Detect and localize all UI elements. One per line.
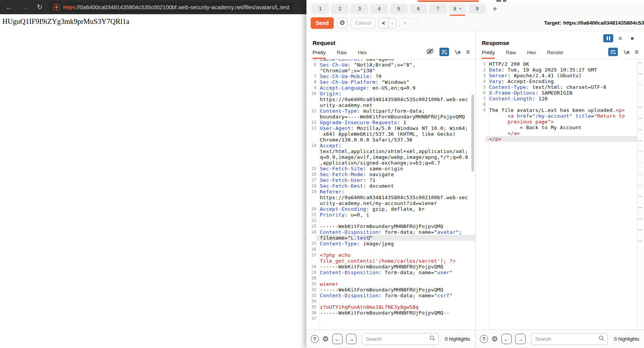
request-scrollbar-thumb[interactable] bbox=[471, 95, 474, 172]
line-number bbox=[476, 119, 486, 125]
line-number: 4 bbox=[476, 78, 486, 84]
line-number: 5 bbox=[306, 59, 316, 62]
hide-nonprintable-icon[interactable] bbox=[426, 48, 434, 56]
view-tab-hex[interactable]: Hex bbox=[358, 50, 367, 59]
close-tab-icon[interactable]: × bbox=[459, 6, 462, 12]
line-number: 2 bbox=[476, 67, 486, 73]
help-icon[interactable]: ? bbox=[480, 335, 488, 343]
search-prev-button[interactable]: ← bbox=[501, 334, 512, 344]
editor-line: 22 bbox=[306, 218, 475, 223]
response-highlights-count: 0 highlights bbox=[614, 336, 639, 342]
browser-forward-icon[interactable]: → bbox=[21, 3, 28, 11]
layout-rows-button[interactable]: ≡ bbox=[615, 34, 625, 42]
prev-request-button[interactable]: < bbox=[379, 18, 389, 28]
editor-line: previous page"> bbox=[476, 119, 644, 125]
screen: ← → ↻ https://0a6400ca03481435804c535c00… bbox=[0, 0, 644, 348]
cancel-button[interactable]: Cancel bbox=[351, 18, 375, 28]
editor-line: 20Accept-Encoding: gzip, deflate, br bbox=[306, 206, 475, 212]
request-search-input[interactable] bbox=[365, 336, 429, 342]
search-prev-button[interactable]: ← bbox=[332, 334, 343, 344]
editor-line: </a> bbox=[476, 130, 644, 136]
word-wrap-toggle[interactable] bbox=[439, 48, 449, 56]
show-newlines-icon[interactable]: \n bbox=[454, 49, 461, 55]
view-tab-render[interactable]: Render bbox=[547, 50, 564, 59]
line-number: 21 bbox=[306, 212, 316, 218]
main-tab-underline bbox=[418, 0, 479, 2]
response-editor[interactable]: 1HTTP/2 200 OK2Date: Tue, 19 Aug 2025 10… bbox=[476, 59, 644, 330]
line-number: 26 bbox=[306, 246, 316, 252]
editor-line: 9Accept-Language: en-US,en;q=0.9 bbox=[306, 85, 475, 91]
response-panel: ≡ ■ Response PrettyRawHexRender bbox=[476, 31, 644, 348]
prev-request-dropdown[interactable]: ⌄ bbox=[389, 18, 396, 28]
line-number: 7 bbox=[476, 96, 486, 102]
response-search-input[interactable] bbox=[534, 336, 599, 342]
editor-line: 15Sec-Fetch-Site: same-origin bbox=[306, 166, 475, 172]
help-icon[interactable]: ? bbox=[311, 335, 319, 343]
line-number: 30 bbox=[306, 275, 316, 281]
editor-menu-icon[interactable]: ≡ bbox=[466, 49, 470, 55]
view-tab-raw[interactable]: Raw bbox=[337, 50, 347, 59]
request-editor[interactable]: 5Cache-Control: max-age=06Sec-Ch-Ua: "No… bbox=[306, 59, 475, 330]
inspector-collapsed-strip[interactable] bbox=[637, 59, 644, 330]
send-settings-button[interactable]: ⚙ bbox=[337, 18, 348, 28]
burp-bolt-icon[interactable] bbox=[53, 4, 60, 10]
repeater-tab-8[interactable]: 8× bbox=[449, 4, 466, 14]
view-tab-hex[interactable]: Hex bbox=[527, 50, 536, 59]
line-number bbox=[306, 154, 316, 160]
editor-line: https://0a6400ca03481435804c535c002100bf… bbox=[306, 97, 475, 102]
editor-line: 25Content-Type: image/jpeg bbox=[306, 241, 475, 246]
repeater-tab-5[interactable]: 5 bbox=[390, 4, 408, 14]
repeater-tab-6[interactable]: 6 bbox=[409, 4, 427, 14]
editor-menu-icon[interactable]: ≡ bbox=[635, 49, 639, 55]
view-tab-pretty[interactable]: Pretty bbox=[313, 50, 326, 59]
repeater-tab-9[interactable]: 9 bbox=[468, 4, 486, 14]
next-request-dropdown[interactable]: ⌄ bbox=[410, 18, 417, 28]
editor-line: 8Sec-Ch-Ua-Platform: "Windows" bbox=[306, 79, 475, 85]
editor-line: Chrome/138.0.0.0 Safari/537.36 bbox=[306, 137, 475, 143]
repeater-tab-1[interactable]: 1 bbox=[311, 4, 329, 14]
editor-line: 33Content-Disposition: form-data; name="… bbox=[306, 293, 475, 298]
line-number bbox=[306, 235, 316, 241]
inspector-strip-ticks bbox=[638, 62, 642, 243]
browser-back-icon[interactable]: ← bbox=[5, 3, 13, 11]
layout-columns-button[interactable] bbox=[603, 34, 613, 42]
target-bar[interactable]: Target: https://0a6400ca03481435804c535c… bbox=[544, 15, 644, 31]
editor-line: 34 bbox=[306, 298, 475, 304]
search-settings-icon[interactable]: ⚙ bbox=[322, 335, 329, 343]
repeater-tab-7[interactable]: 7 bbox=[429, 4, 447, 14]
line-number: 29 bbox=[306, 270, 316, 275]
editor-line: 26 bbox=[306, 246, 475, 252]
word-wrap-toggle[interactable] bbox=[608, 48, 618, 56]
next-request-button[interactable]: > bbox=[400, 18, 410, 28]
line-number bbox=[476, 136, 486, 142]
line-number bbox=[306, 195, 316, 200]
view-tab-raw[interactable]: Raw bbox=[506, 50, 516, 59]
repeater-tab-4[interactable]: 4 bbox=[370, 4, 388, 14]
send-button[interactable]: Send bbox=[311, 17, 334, 29]
browser-address-bar[interactable]: https://0a6400ca03481435804c535c002100bf… bbox=[49, 2, 293, 12]
line-number bbox=[476, 130, 486, 136]
line-number: 14 bbox=[306, 143, 316, 148]
line-number: 3 bbox=[476, 73, 486, 78]
search-next-button[interactable]: → bbox=[515, 334, 526, 344]
search-next-button[interactable]: → bbox=[346, 334, 356, 344]
repeater-tab-2[interactable]: 2 bbox=[331, 4, 349, 14]
request-header-icons: \n ≡ bbox=[426, 48, 470, 56]
editor-line: q=0.9,image/avif,image/webp,image/apng,*… bbox=[306, 154, 475, 160]
browser-reload-icon[interactable]: ↻ bbox=[37, 4, 42, 10]
repeater-tab-label: 6 bbox=[417, 6, 419, 12]
editor-line: text/html,application/xhtml+xml,applicat… bbox=[306, 148, 475, 154]
repeater-toolbar: Send ⚙ Cancel < ⌄ > ⌄ Target: https://0a… bbox=[306, 15, 644, 31]
line-number: 16 bbox=[306, 172, 316, 177]
search-settings-icon[interactable]: ⚙ bbox=[491, 335, 498, 343]
add-tab-button[interactable]: + bbox=[493, 5, 497, 13]
repeater-tab-3[interactable]: 3 bbox=[351, 4, 368, 14]
line-number bbox=[476, 113, 486, 119]
view-tab-pretty[interactable]: Pretty bbox=[482, 50, 495, 59]
editor-line: </p> bbox=[476, 136, 644, 142]
repeater-tab-label: 9 bbox=[476, 6, 478, 12]
line-number: 9 bbox=[476, 107, 486, 113]
line-number: 34 bbox=[306, 298, 316, 304]
show-newlines-icon[interactable]: \n bbox=[623, 49, 629, 55]
layout-single-button[interactable]: ■ bbox=[627, 34, 637, 42]
